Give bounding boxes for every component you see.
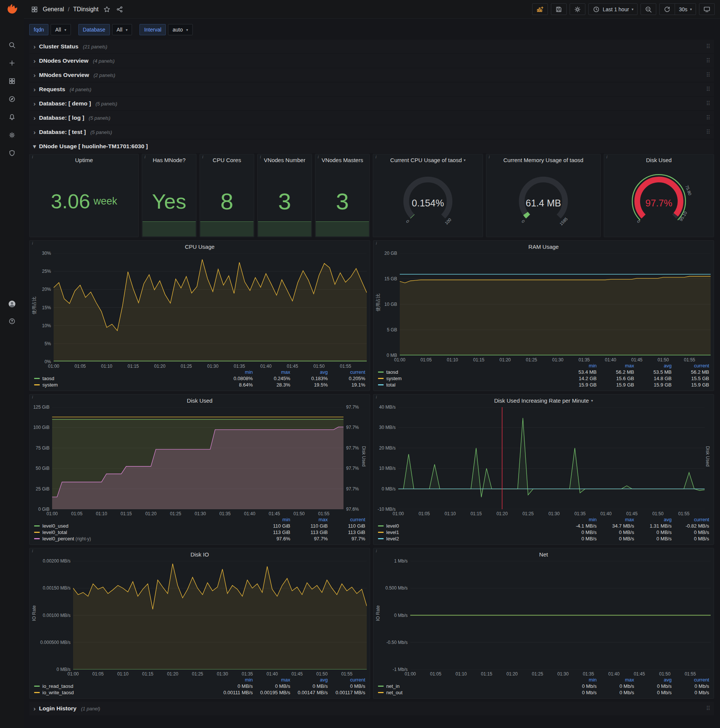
panel-info-icon[interactable]: i (487, 154, 492, 160)
plot-area[interactable] (398, 407, 705, 509)
legend-header[interactable]: current (673, 517, 710, 523)
legend-series-name[interactable]: total (377, 382, 560, 388)
legend-header[interactable]: max (597, 363, 635, 369)
drag-handle-icon[interactable]: ⠿ (706, 57, 710, 64)
panel-title[interactable]: Has MNode? (153, 157, 186, 163)
panel-info-icon[interactable]: i (142, 154, 148, 160)
legend-header[interactable]: min (560, 677, 597, 683)
add-panel-button[interactable] (532, 3, 548, 15)
panel-info-icon[interactable]: i (258, 154, 263, 160)
legend-header[interactable]: max (291, 517, 328, 523)
legend-header[interactable]: min (560, 363, 597, 369)
sidebar-shield-button[interactable] (8, 148, 17, 158)
legend-series-name[interactable]: io_write_taosd (34, 689, 216, 696)
panel-info-icon[interactable]: i (30, 395, 35, 400)
panel-title[interactable]: Net (539, 551, 548, 558)
legend-header[interactable]: max (597, 677, 635, 683)
legend-series-name[interactable]: io_read_taosd (34, 683, 216, 689)
panel-info-icon[interactable]: i (30, 154, 35, 160)
sidebar-alerting-button[interactable] (8, 113, 17, 122)
variable-value-dropdown[interactable]: auto▾ (168, 24, 192, 35)
sidebar-help-button[interactable] (8, 317, 17, 326)
panel-menu-caret[interactable]: ▾ (464, 158, 465, 162)
grafana-logo[interactable] (5, 3, 19, 17)
legend-header[interactable]: avg (635, 517, 673, 523)
legend-series-name[interactable]: level0_used (34, 523, 253, 529)
legend-header[interactable]: max (253, 677, 291, 683)
panel-info-icon[interactable]: i (315, 154, 321, 160)
legend-header[interactable]: min (216, 369, 253, 375)
panel-info-icon[interactable]: i (374, 548, 379, 554)
plot-area[interactable] (73, 561, 367, 670)
breadcrumb-folder[interactable]: General (43, 6, 64, 13)
panel-title[interactable]: Disk Used (646, 157, 672, 163)
variable-value-dropdown[interactable]: All▾ (50, 24, 71, 35)
legend-header[interactable]: current (673, 363, 710, 369)
drag-handle-icon[interactable]: ⠿ (706, 72, 710, 78)
panel-info-icon[interactable]: i (373, 154, 379, 160)
legend-series-name[interactable]: taosd (34, 375, 216, 382)
dashboard-row[interactable]: ›Database: [ test ](5 panels)⠿ (29, 125, 714, 139)
sidebar-settings-button[interactable] (8, 131, 17, 139)
dashboard-row[interactable]: ›Database: [ log ](5 panels)⠿ (29, 111, 714, 125)
dashboard-row[interactable]: ›DNodes Overview(4 panels)⠿ (29, 54, 714, 67)
legend-series-name[interactable]: system (34, 382, 216, 388)
panel-title[interactable]: VNodes Masters (322, 157, 363, 163)
panel-title[interactable]: Current Memory Usage of taosd (503, 157, 583, 163)
sidebar-dashboards-button[interactable] (8, 76, 17, 86)
refresh-button[interactable] (659, 3, 675, 15)
variable-value-dropdown[interactable]: All▾ (112, 24, 133, 35)
row-dnode-usage[interactable]: ▾ DNode Usage [ huolinhe-TM1701:6030 ] (29, 139, 714, 153)
legend-series-name[interactable]: level0_total (34, 529, 253, 535)
panel-info-icon[interactable]: i (374, 240, 379, 246)
sidebar-explore-button[interactable] (8, 95, 17, 104)
dashboard-row[interactable]: ›Database: [ demo ](5 panels)⠿ (29, 97, 714, 110)
panel-title[interactable]: Disk Used Increasing Rate per Minute (494, 398, 589, 404)
legend-series-name[interactable]: taosd (377, 369, 560, 375)
dashboard-settings-button[interactable] (570, 3, 585, 15)
drag-handle-icon[interactable]: ⠿ (706, 43, 710, 50)
panel-title[interactable]: VNodes Number (264, 157, 306, 163)
dashboard-row[interactable]: ›Cluster Status(21 panels)⠿ (29, 40, 714, 53)
drag-handle-icon[interactable]: ⠿ (706, 115, 710, 121)
dashboard-row[interactable]: ›Requests(4 panels)⠿ (29, 83, 714, 96)
legend-header[interactable]: min (216, 677, 253, 683)
drag-handle-icon[interactable]: ⠿ (706, 129, 710, 136)
legend-header[interactable]: current (328, 677, 366, 683)
plot-area[interactable] (400, 253, 711, 355)
legend-header[interactable]: avg (291, 677, 328, 683)
legend-series-name[interactable]: level0_percent (right-y) (34, 535, 253, 542)
legend-header[interactable]: avg (635, 363, 673, 369)
legend-series-name[interactable]: level0 (377, 523, 560, 529)
legend-header[interactable]: avg (635, 677, 673, 683)
panel-title[interactable]: Disk Used (187, 398, 212, 404)
panel-title[interactable]: CPU Cores (213, 157, 241, 163)
legend-header[interactable]: current (328, 369, 366, 375)
refresh-interval-dropdown[interactable]: 30s▾ (675, 3, 696, 15)
plot-area[interactable] (410, 561, 711, 670)
legend-header[interactable]: avg (291, 369, 328, 375)
panel-info-icon[interactable]: i (604, 154, 610, 160)
dashboard-row[interactable]: ›MNodes Overview(2 panels)⠿ (29, 68, 714, 82)
legend-header[interactable]: current (673, 677, 710, 683)
drag-handle-icon[interactable]: ⠿ (706, 100, 710, 107)
plot-area[interactable] (53, 253, 367, 362)
legend-header[interactable]: min (253, 517, 291, 523)
legend-series-name[interactable]: net_out (377, 689, 560, 696)
panel-title[interactable]: RAM Usage (528, 243, 559, 250)
breadcrumb-dashboard[interactable]: TDinsight (73, 6, 99, 13)
panel-menu-caret[interactable]: ▾ (591, 399, 593, 403)
panel-title[interactable]: Uptime (75, 157, 93, 163)
star-button[interactable] (102, 5, 111, 14)
drag-handle-icon[interactable]: ⠿ (706, 86, 710, 93)
sidebar-avatar-button[interactable] (8, 300, 17, 309)
save-dashboard-button[interactable] (551, 3, 567, 15)
sidebar-plus-button[interactable] (8, 58, 17, 67)
legend-series-name[interactable]: level1 (377, 529, 560, 535)
panel-title[interactable]: CPU Usage (185, 243, 215, 250)
panel-title[interactable]: Disk IO (191, 551, 209, 558)
share-button[interactable] (115, 5, 124, 14)
legend-header[interactable]: max (597, 517, 635, 523)
time-range-picker[interactable]: Last 1 hour▾ (588, 3, 638, 15)
plot-area[interactable] (52, 407, 343, 509)
